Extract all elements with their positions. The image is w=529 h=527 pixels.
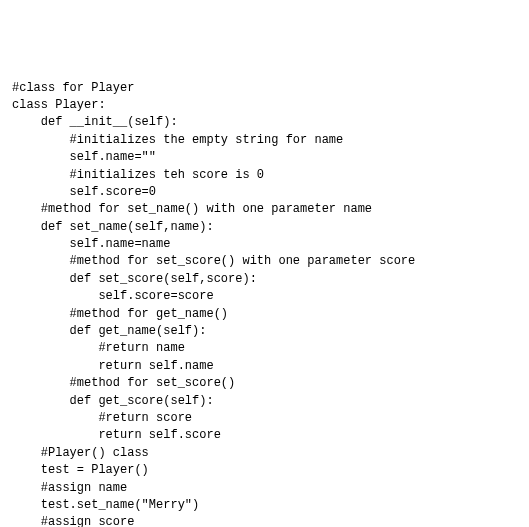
code-line: #method for set_score() with one paramet… — [12, 253, 517, 270]
code-line: #assign score — [12, 514, 517, 527]
code-line: #method for get_name() — [12, 306, 517, 323]
code-line: #method for set_name() with one paramete… — [12, 201, 517, 218]
code-line: #method for set_score() — [12, 375, 517, 392]
code-line: self.name="" — [12, 149, 517, 166]
code-line: #class for Player — [12, 80, 517, 97]
code-line: self.score=score — [12, 288, 517, 305]
code-line: return self.score — [12, 427, 517, 444]
code-line: self.score=0 — [12, 184, 517, 201]
code-line: #return score — [12, 410, 517, 427]
code-line: self.name=name — [12, 236, 517, 253]
code-line: return self.name — [12, 358, 517, 375]
code-line: def get_name(self): — [12, 323, 517, 340]
code-block: #class for Playerclass Player: def __ini… — [12, 80, 517, 527]
code-line: def __init__(self): — [12, 114, 517, 131]
code-line: #initializes the empty string for name — [12, 132, 517, 149]
code-line: #initializes teh score is 0 — [12, 167, 517, 184]
code-line: def set_score(self,score): — [12, 271, 517, 288]
code-line: test = Player() — [12, 462, 517, 479]
code-line: #return name — [12, 340, 517, 357]
code-line: def get_score(self): — [12, 393, 517, 410]
code-line: class Player: — [12, 97, 517, 114]
code-line: def set_name(self,name): — [12, 219, 517, 236]
code-line: #assign name — [12, 480, 517, 497]
code-line: test.set_name("Merry") — [12, 497, 517, 514]
code-line: #Player() class — [12, 445, 517, 462]
